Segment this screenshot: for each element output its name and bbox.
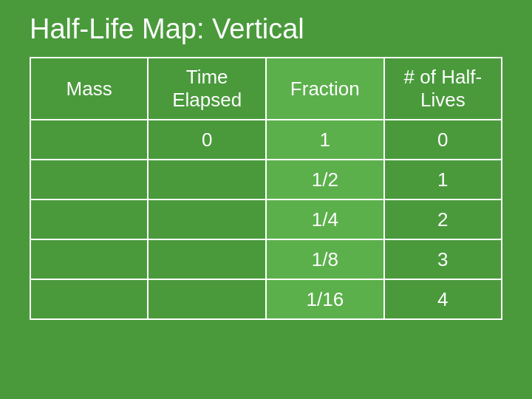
cell-time-2 [148, 200, 266, 239]
table-container: Mass TimeElapsed Fraction # of Half-Live… [0, 57, 532, 320]
cell-mass-2 [30, 200, 148, 239]
table-row: 0 1 0 [30, 120, 502, 160]
cell-halflives-0: 0 [384, 120, 502, 160]
table-row: 1/8 3 [30, 239, 502, 279]
header-row: Mass TimeElapsed Fraction # of Half-Live… [30, 58, 502, 120]
page-title: Half-Life Map: Vertical [0, 0, 532, 57]
cell-halflives-2: 2 [384, 200, 502, 239]
cell-fraction-3: 1/8 [266, 239, 384, 279]
cell-time-4 [148, 279, 266, 319]
cell-halflives-3: 3 [384, 239, 502, 279]
cell-mass-1 [30, 160, 148, 200]
cell-time-0: 0 [148, 120, 266, 160]
cell-fraction-1: 1/2 [266, 160, 384, 200]
table-row: 1/2 1 [30, 160, 502, 200]
header-halflives: # of Half-Lives [384, 58, 502, 120]
cell-mass-0 [30, 120, 148, 160]
cell-time-1 [148, 160, 266, 200]
header-time: TimeElapsed [148, 58, 266, 120]
table-row: 1/4 2 [30, 200, 502, 239]
cell-mass-3 [30, 239, 148, 279]
header-fraction: Fraction [266, 58, 384, 120]
cell-halflives-4: 4 [384, 279, 502, 319]
half-life-table: Mass TimeElapsed Fraction # of Half-Live… [30, 57, 502, 320]
cell-time-3 [148, 239, 266, 279]
cell-fraction-4: 1/16 [266, 279, 384, 319]
header-mass: Mass [30, 58, 148, 120]
table-row: 1/16 4 [30, 279, 502, 319]
cell-fraction-0: 1 [266, 120, 384, 160]
cell-mass-4 [30, 279, 148, 319]
cell-fraction-2: 1/4 [266, 200, 384, 239]
cell-halflives-1: 1 [384, 160, 502, 200]
